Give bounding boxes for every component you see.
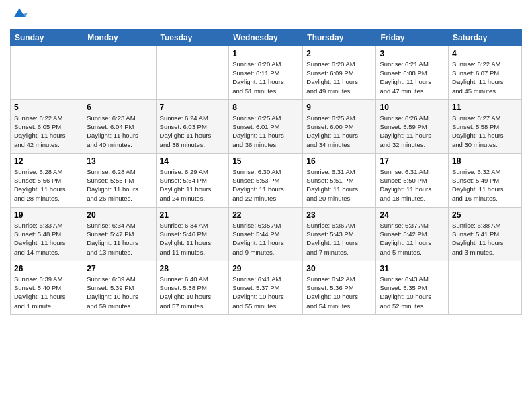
day-number: 18 xyxy=(452,156,518,166)
col-header-thursday: Thursday xyxy=(303,29,376,46)
logo-icon xyxy=(11,7,28,20)
day-info: Sunrise: 6:27 AM Sunset: 5:58 PM Dayligh… xyxy=(452,113,518,149)
day-number: 11 xyxy=(452,103,518,112)
day-cell xyxy=(11,46,83,99)
day-info: Sunrise: 6:29 AM Sunset: 5:54 PM Dayligh… xyxy=(160,167,226,203)
day-number: 31 xyxy=(380,264,445,273)
day-number: 20 xyxy=(87,210,152,220)
day-cell: 16Sunrise: 6:31 AM Sunset: 5:51 PM Dayli… xyxy=(303,153,376,207)
day-number: 1 xyxy=(232,49,299,58)
day-number: 30 xyxy=(306,264,372,273)
col-header-saturday: Saturday xyxy=(449,29,522,46)
main-container: SundayMondayTuesdayWednesdayThursdayFrid… xyxy=(0,0,532,322)
day-cell: 9Sunrise: 6:25 AM Sunset: 6:00 PM Daylig… xyxy=(303,99,376,153)
day-info: Sunrise: 6:36 AM Sunset: 5:43 PM Dayligh… xyxy=(306,221,372,257)
day-number: 16 xyxy=(306,156,372,166)
day-cell: 7Sunrise: 6:24 AM Sunset: 6:03 PM Daylig… xyxy=(156,99,229,153)
day-cell: 23Sunrise: 6:36 AM Sunset: 5:43 PM Dayli… xyxy=(303,207,376,261)
day-cell: 3Sunrise: 6:21 AM Sunset: 6:08 PM Daylig… xyxy=(376,46,449,99)
day-cell: 21Sunrise: 6:34 AM Sunset: 5:46 PM Dayli… xyxy=(156,207,229,261)
day-cell xyxy=(156,46,229,99)
week-row-4: 19Sunrise: 6:33 AM Sunset: 5:48 PM Dayli… xyxy=(11,207,522,261)
day-cell: 28Sunrise: 6:40 AM Sunset: 5:38 PM Dayli… xyxy=(156,261,229,314)
day-info: Sunrise: 6:20 AM Sunset: 6:11 PM Dayligh… xyxy=(232,60,299,95)
day-number: 10 xyxy=(380,103,445,112)
day-info: Sunrise: 6:39 AM Sunset: 5:40 PM Dayligh… xyxy=(14,275,79,310)
day-cell: 26Sunrise: 6:39 AM Sunset: 5:40 PM Dayli… xyxy=(11,261,83,314)
day-cell xyxy=(83,46,156,99)
day-number: 3 xyxy=(380,49,445,58)
calendar-table: SundayMondayTuesdayWednesdayThursdayFrid… xyxy=(10,29,522,315)
day-number: 5 xyxy=(14,103,79,112)
day-number: 9 xyxy=(306,103,372,112)
day-info: Sunrise: 6:30 AM Sunset: 5:53 PM Dayligh… xyxy=(232,167,299,203)
day-number: 28 xyxy=(160,264,226,273)
day-info: Sunrise: 6:28 AM Sunset: 5:55 PM Dayligh… xyxy=(87,167,152,203)
day-info: Sunrise: 6:34 AM Sunset: 5:46 PM Dayligh… xyxy=(160,221,226,257)
day-number: 22 xyxy=(232,210,299,220)
day-cell: 14Sunrise: 6:29 AM Sunset: 5:54 PM Dayli… xyxy=(156,153,229,207)
col-header-wednesday: Wednesday xyxy=(229,29,303,46)
week-row-5: 26Sunrise: 6:39 AM Sunset: 5:40 PM Dayli… xyxy=(11,261,522,314)
day-number: 4 xyxy=(452,49,518,58)
day-cell: 18Sunrise: 6:32 AM Sunset: 5:49 PM Dayli… xyxy=(449,153,522,207)
week-row-3: 12Sunrise: 6:28 AM Sunset: 5:56 PM Dayli… xyxy=(11,153,522,207)
day-cell: 2Sunrise: 6:20 AM Sunset: 6:09 PM Daylig… xyxy=(303,46,376,99)
day-cell: 15Sunrise: 6:30 AM Sunset: 5:53 PM Dayli… xyxy=(229,153,303,207)
day-cell: 5Sunrise: 6:22 AM Sunset: 6:05 PM Daylig… xyxy=(11,99,83,153)
day-number: 25 xyxy=(452,210,518,220)
day-info: Sunrise: 6:28 AM Sunset: 5:56 PM Dayligh… xyxy=(14,167,79,203)
day-info: Sunrise: 6:41 AM Sunset: 5:37 PM Dayligh… xyxy=(232,275,299,310)
day-info: Sunrise: 6:39 AM Sunset: 5:39 PM Dayligh… xyxy=(87,275,152,310)
day-info: Sunrise: 6:22 AM Sunset: 6:07 PM Dayligh… xyxy=(452,60,518,95)
day-number: 12 xyxy=(14,156,79,166)
col-header-sunday: Sunday xyxy=(11,29,83,46)
day-cell: 4Sunrise: 6:22 AM Sunset: 6:07 PM Daylig… xyxy=(449,46,522,99)
day-cell: 13Sunrise: 6:28 AM Sunset: 5:55 PM Dayli… xyxy=(83,153,156,207)
day-info: Sunrise: 6:31 AM Sunset: 5:50 PM Dayligh… xyxy=(380,167,445,203)
week-row-2: 5Sunrise: 6:22 AM Sunset: 6:05 PM Daylig… xyxy=(11,99,522,153)
day-info: Sunrise: 6:24 AM Sunset: 6:03 PM Dayligh… xyxy=(160,113,226,149)
day-info: Sunrise: 6:26 AM Sunset: 5:59 PM Dayligh… xyxy=(380,113,445,149)
day-cell: 10Sunrise: 6:26 AM Sunset: 5:59 PM Dayli… xyxy=(376,99,449,153)
day-info: Sunrise: 6:37 AM Sunset: 5:42 PM Dayligh… xyxy=(380,221,445,257)
day-cell: 11Sunrise: 6:27 AM Sunset: 5:58 PM Dayli… xyxy=(449,99,522,153)
day-info: Sunrise: 6:20 AM Sunset: 6:09 PM Dayligh… xyxy=(306,60,372,95)
col-header-friday: Friday xyxy=(376,29,449,46)
day-number: 19 xyxy=(14,210,79,220)
week-row-1: 1Sunrise: 6:20 AM Sunset: 6:11 PM Daylig… xyxy=(11,46,522,99)
day-number: 21 xyxy=(160,210,226,220)
day-cell: 25Sunrise: 6:38 AM Sunset: 5:41 PM Dayli… xyxy=(449,207,522,261)
day-number: 23 xyxy=(306,210,372,220)
day-info: Sunrise: 6:42 AM Sunset: 5:36 PM Dayligh… xyxy=(306,275,372,310)
day-number: 14 xyxy=(160,156,226,166)
day-number: 6 xyxy=(87,103,152,112)
day-info: Sunrise: 6:34 AM Sunset: 5:47 PM Dayligh… xyxy=(87,221,152,257)
day-info: Sunrise: 6:38 AM Sunset: 5:41 PM Dayligh… xyxy=(452,221,518,257)
day-cell: 29Sunrise: 6:41 AM Sunset: 5:37 PM Dayli… xyxy=(229,261,303,314)
day-number: 26 xyxy=(14,264,79,273)
header-row: SundayMondayTuesdayWednesdayThursdayFrid… xyxy=(11,29,522,46)
day-number: 29 xyxy=(232,264,299,273)
day-info: Sunrise: 6:35 AM Sunset: 5:44 PM Dayligh… xyxy=(232,221,299,257)
day-info: Sunrise: 6:22 AM Sunset: 6:05 PM Dayligh… xyxy=(14,113,79,149)
day-cell: 30Sunrise: 6:42 AM Sunset: 5:36 PM Dayli… xyxy=(303,261,376,314)
day-cell: 27Sunrise: 6:39 AM Sunset: 5:39 PM Dayli… xyxy=(83,261,156,314)
day-cell: 20Sunrise: 6:34 AM Sunset: 5:47 PM Dayli… xyxy=(83,207,156,261)
day-number: 27 xyxy=(87,264,152,273)
logo-text xyxy=(10,7,28,24)
day-info: Sunrise: 6:40 AM Sunset: 5:38 PM Dayligh… xyxy=(160,275,226,310)
day-info: Sunrise: 6:25 AM Sunset: 6:01 PM Dayligh… xyxy=(232,113,299,149)
day-cell xyxy=(449,261,522,314)
day-info: Sunrise: 6:21 AM Sunset: 6:08 PM Dayligh… xyxy=(380,60,445,95)
day-number: 8 xyxy=(232,103,299,112)
day-number: 15 xyxy=(232,156,299,166)
day-info: Sunrise: 6:31 AM Sunset: 5:51 PM Dayligh… xyxy=(306,167,372,203)
day-number: 24 xyxy=(380,210,445,220)
col-header-monday: Monday xyxy=(83,29,156,46)
day-number: 13 xyxy=(87,156,152,166)
day-cell: 1Sunrise: 6:20 AM Sunset: 6:11 PM Daylig… xyxy=(229,46,303,99)
day-info: Sunrise: 6:23 AM Sunset: 6:04 PM Dayligh… xyxy=(87,113,152,149)
day-cell: 22Sunrise: 6:35 AM Sunset: 5:44 PM Dayli… xyxy=(229,207,303,261)
day-number: 7 xyxy=(160,103,226,112)
